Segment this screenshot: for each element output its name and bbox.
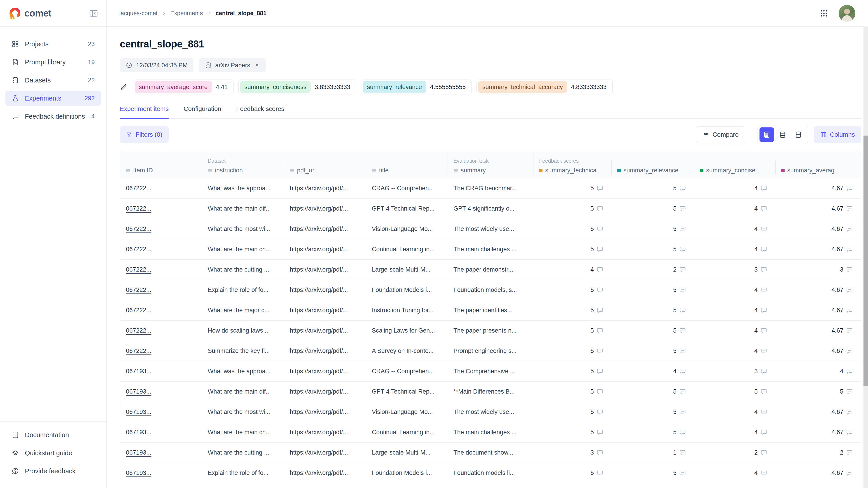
- comment-bubble-icon[interactable]: [846, 266, 853, 273]
- item-id-link[interactable]: 067222...: [126, 287, 151, 293]
- comment-bubble-icon[interactable]: [596, 327, 603, 334]
- table-row[interactable]: 067222... What are the major c... https:…: [120, 300, 861, 321]
- sidebar-item-projects[interactable]: Projects 23: [5, 37, 101, 52]
- rows-dense-toggle[interactable]: [760, 127, 774, 142]
- item-id-link[interactable]: 067222...: [126, 327, 151, 334]
- vertical-scrollbar[interactable]: [864, 27, 868, 488]
- comment-bubble-icon[interactable]: [846, 409, 853, 416]
- comment-bubble-icon[interactable]: [761, 348, 767, 355]
- comment-bubble-icon[interactable]: [846, 246, 853, 253]
- comment-bubble-icon[interactable]: [596, 409, 603, 416]
- column-header-instruction[interactable]: Dataset instruction: [202, 151, 284, 178]
- comment-bubble-icon[interactable]: [679, 287, 686, 293]
- item-id-link[interactable]: 067222...: [126, 307, 151, 314]
- column-header-title[interactable]: title: [366, 151, 447, 178]
- comment-bubble-icon[interactable]: [761, 368, 767, 375]
- comment-bubble-icon[interactable]: [596, 287, 603, 293]
- sidebar-item-datasets[interactable]: Datasets 22: [5, 73, 101, 88]
- comment-bubble-icon[interactable]: [679, 266, 686, 273]
- sidebar-item-provide-feedback[interactable]: Provide feedback: [5, 464, 101, 479]
- comet-logo[interactable]: comet: [8, 7, 51, 20]
- item-id-link[interactable]: 067222...: [126, 205, 151, 212]
- comment-bubble-icon[interactable]: [679, 226, 686, 232]
- comment-bubble-icon[interactable]: [846, 185, 853, 192]
- comment-bubble-icon[interactable]: [761, 388, 767, 395]
- tab-configuration[interactable]: Configuration: [184, 105, 221, 119]
- comment-bubble-icon[interactable]: [846, 287, 853, 293]
- comment-bubble-icon[interactable]: [679, 470, 686, 477]
- table-row[interactable]: 067193... What are the cutting ... https…: [120, 443, 861, 463]
- breadcrumb-experiments[interactable]: Experiments: [170, 10, 203, 17]
- comment-bubble-icon[interactable]: [761, 287, 767, 293]
- item-id-link[interactable]: 067193...: [126, 449, 151, 456]
- user-avatar[interactable]: [839, 5, 855, 22]
- metric-chip-summary-average-score[interactable]: summary_average_score 4.41: [133, 79, 234, 94]
- comment-bubble-icon[interactable]: [761, 327, 767, 334]
- item-id-link[interactable]: 067193...: [126, 368, 151, 375]
- table-row[interactable]: 067222... What are the cutting ... https…: [120, 260, 861, 280]
- item-id-link[interactable]: 067222...: [126, 246, 151, 253]
- tab-feedback-scores[interactable]: Feedback scores: [236, 105, 284, 119]
- breadcrumb-workspace[interactable]: jacques-comet: [119, 10, 158, 17]
- column-header-summary-averag[interactable]: summary_averag...: [775, 151, 861, 178]
- comment-bubble-icon[interactable]: [596, 470, 603, 477]
- comment-bubble-icon[interactable]: [846, 307, 853, 314]
- metric-chip-summary-technical-accuracy[interactable]: summary_technical_accuracy 4.833333333: [476, 79, 612, 94]
- item-id-link[interactable]: 067193...: [126, 469, 151, 477]
- comment-bubble-icon[interactable]: [761, 205, 767, 212]
- tab-experiment-items[interactable]: Experiment items: [120, 105, 168, 119]
- comment-bubble-icon[interactable]: [679, 205, 686, 212]
- table-row[interactable]: 067222... What are the main ch... https:…: [120, 239, 861, 260]
- table-row[interactable]: 067222... Summarize the key fi... https:…: [120, 341, 861, 361]
- comment-bubble-icon[interactable]: [679, 429, 686, 436]
- table-row[interactable]: 067222... How do scaling laws ... https:…: [120, 321, 861, 341]
- comment-bubble-icon[interactable]: [679, 348, 686, 355]
- table-row[interactable]: 067222... Explain the role of fo... http…: [120, 280, 861, 300]
- apps-grid-button[interactable]: [819, 9, 828, 18]
- comment-bubble-icon[interactable]: [679, 409, 686, 416]
- comment-bubble-icon[interactable]: [761, 449, 767, 456]
- dataset-link-chip[interactable]: arXiv Papers: [199, 58, 266, 72]
- comment-bubble-icon[interactable]: [846, 368, 853, 375]
- comment-bubble-icon[interactable]: [596, 185, 603, 192]
- comment-bubble-icon[interactable]: [596, 266, 603, 273]
- comment-bubble-icon[interactable]: [761, 307, 767, 314]
- comment-bubble-icon[interactable]: [679, 246, 686, 253]
- comment-bubble-icon[interactable]: [846, 388, 853, 395]
- comment-bubble-icon[interactable]: [679, 388, 686, 395]
- sidebar-item-quickstart-guide[interactable]: Quickstart guide: [5, 446, 101, 460]
- comment-bubble-icon[interactable]: [596, 449, 603, 456]
- comment-bubble-icon[interactable]: [761, 185, 767, 192]
- item-id-link[interactable]: 067222...: [126, 225, 151, 232]
- columns-button[interactable]: Columns: [814, 126, 861, 143]
- comment-bubble-icon[interactable]: [679, 327, 686, 334]
- comment-bubble-icon[interactable]: [846, 449, 853, 456]
- comment-bubble-icon[interactable]: [596, 429, 603, 436]
- item-id-link[interactable]: 067193...: [126, 409, 151, 416]
- sidebar-item-experiments[interactable]: Experiments 292: [5, 91, 101, 106]
- table-row[interactable]: 067222... What are the main dif... https…: [120, 199, 861, 219]
- comment-bubble-icon[interactable]: [761, 409, 767, 416]
- comment-bubble-icon[interactable]: [679, 185, 686, 192]
- table-row[interactable]: 067222... What was the approa... https:/…: [120, 178, 861, 199]
- metric-chip-summary-relevance[interactable]: summary_relevance 4.555555555: [361, 79, 471, 94]
- column-header-summary[interactable]: Evaluation task summary: [447, 151, 533, 178]
- comment-bubble-icon[interactable]: [761, 246, 767, 253]
- comment-bubble-icon[interactable]: [761, 470, 767, 477]
- item-id-link[interactable]: 067222...: [126, 185, 151, 192]
- comment-bubble-icon[interactable]: [846, 429, 853, 436]
- comment-bubble-icon[interactable]: [679, 368, 686, 375]
- comment-bubble-icon[interactable]: [846, 470, 853, 477]
- table-row[interactable]: 067193... What are the main ch... https:…: [120, 422, 861, 443]
- sidebar-item-documentation[interactable]: Documentation: [5, 427, 101, 442]
- comment-bubble-icon[interactable]: [761, 226, 767, 232]
- comment-bubble-icon[interactable]: [846, 348, 853, 355]
- item-id-link[interactable]: 067222...: [126, 348, 151, 355]
- comment-bubble-icon[interactable]: [679, 449, 686, 456]
- rows-tall-toggle[interactable]: [791, 127, 806, 142]
- comment-bubble-icon[interactable]: [596, 348, 603, 355]
- column-header-item-id[interactable]: Item ID: [120, 151, 202, 178]
- comment-bubble-icon[interactable]: [846, 226, 853, 232]
- column-header-summary-relevance[interactable]: summary_relevance: [612, 151, 694, 178]
- column-header-summary-technica[interactable]: Feedback scores summary_technica...: [533, 151, 612, 178]
